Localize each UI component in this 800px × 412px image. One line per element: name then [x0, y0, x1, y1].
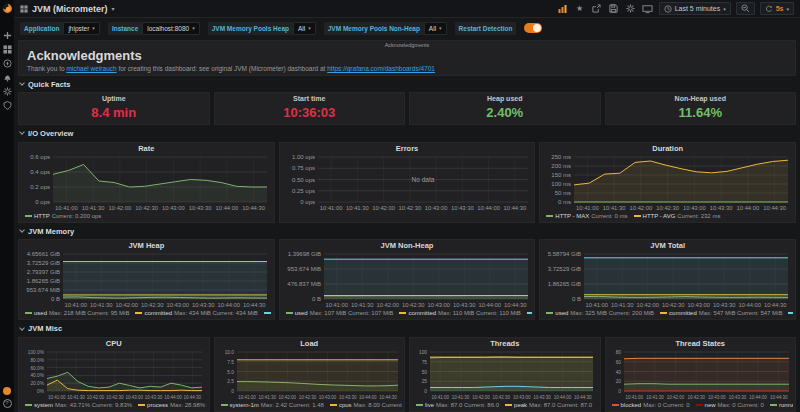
- legend-item-http-avg[interactable]: HTTP - AVGCurrent: 232 ms: [634, 213, 721, 219]
- panel-title[interactable]: Acknowledgments: [19, 42, 795, 48]
- variable-pools-nonheap-value[interactable]: All ▾: [424, 22, 447, 35]
- panel-title[interactable]: JVM Total: [542, 241, 793, 251]
- panel-title[interactable]: Thread States: [608, 339, 794, 349]
- help-icon[interactable]: ?: [1, 397, 13, 410]
- legend-item-used[interactable]: usedMax: 325 MiB Current: 200 MiB: [546, 310, 654, 316]
- chart-svg: 0 B953.674 MiB1.86265 GiB2.79397 GiB3.72…: [21, 251, 272, 308]
- panel-title[interactable]: JVM Heap: [21, 241, 272, 251]
- panel-title[interactable]: Rate: [21, 144, 272, 154]
- row-io-overview[interactable]: I/O Overview: [18, 128, 796, 139]
- legend-series-name: used: [295, 310, 308, 316]
- tv-cycle-icon[interactable]: [642, 3, 654, 15]
- panel-title[interactable]: CPU: [21, 339, 207, 349]
- x-tick-label: 10:42:30: [298, 394, 316, 399]
- jvm-heap-chart[interactable]: 0 B953.674 MiB1.86265 GiB2.79397 GiB3.72…: [21, 251, 272, 308]
- refresh-picker[interactable]: 5s ▾: [760, 2, 794, 15]
- legend-item-max[interactable]: maxMax: 3.885 GiB Current: 3.885 GiB: [264, 310, 272, 316]
- stat-value: 10:36:03: [215, 105, 405, 120]
- legend-item-committed[interactable]: committedMax: 547 MiB Current: 547 MiB: [660, 310, 782, 316]
- panel-title[interactable]: Heap used: [410, 95, 600, 102]
- zoom-out-button[interactable]: [736, 2, 755, 15]
- share-icon[interactable]: [591, 3, 603, 15]
- legend-item-max[interactable]: maxMax: 1.236 GiB Current: 1.236 GiB: [527, 310, 532, 316]
- add-panel-icon[interactable]: [557, 3, 569, 15]
- legend-item-peak[interactable]: peakMax: 87.0 Current: 87.0: [505, 402, 592, 408]
- explore-icon[interactable]: [1, 57, 13, 70]
- legend-item-used[interactable]: usedMax: 218 MiB Current: 95 MiB: [25, 310, 129, 316]
- errors-chart[interactable]: 0 ops0.25 ops0.50 ops0.75 ops1.00 ops10:…: [282, 154, 533, 211]
- time-range-picker[interactable]: Last 5 minutes ▾: [659, 2, 731, 15]
- series-fill-max: [324, 260, 528, 300]
- panel-title[interactable]: Start time: [215, 95, 405, 102]
- create-icon[interactable]: [1, 29, 13, 42]
- legend-item-cpus[interactable]: cpusMax: 8.00 Current: 8.00: [330, 402, 402, 408]
- y-tick-label: 80.0%: [30, 358, 44, 363]
- dashboard-title-caret-icon[interactable]: ▾: [112, 5, 115, 12]
- legend-item-max[interactable]: maxMax: 5.121 GiB Current: 5.121 GiB: [788, 310, 793, 316]
- alerting-bell-icon[interactable]: [1, 71, 13, 84]
- legend-item-process[interactable]: processMax: 28.98% Current: 0.79%: [138, 402, 206, 408]
- cpu-chart[interactable]: 0%20.0%40.0%60.0%80.0%100.0%10:41:0010:4…: [21, 349, 207, 400]
- panel-title[interactable]: Errors: [282, 144, 533, 154]
- thread-states-chart[interactable]: 02040608010:41:0010:41:3010:42:0010:42:3…: [608, 349, 794, 400]
- panel-title[interactable]: Load: [217, 339, 403, 349]
- legend-series-name: committed: [408, 310, 436, 316]
- legend-item-new[interactable]: newMax: 0 Current: 0: [696, 402, 764, 408]
- load-legend: system-1mMax: 2.42 Current: 1.48cpusMax:…: [217, 400, 403, 410]
- legend-item-live[interactable]: liveMax: 87.0 Current: 86.0: [416, 402, 499, 408]
- user-avatar[interactable]: [1, 384, 13, 397]
- y-tick-label: 7.5: [227, 360, 234, 365]
- panel-title[interactable]: Uptime: [19, 95, 209, 102]
- rate-legend: HTTPCurrent: 0.200 ops: [21, 211, 272, 221]
- legend-item-system[interactable]: systemMax: 43.71% Current: 9.83%: [25, 402, 132, 408]
- grafana-app: ? JVM (Micrometer) ▾: [0, 0, 800, 412]
- jvm-nonheap-chart[interactable]: 0 B476.837 MiB953.674 MiB1.39698 GiB10:4…: [282, 251, 533, 308]
- legend-series-stats: Max: 107 MiB Current: 107 MiB: [310, 310, 394, 316]
- row-jvm-misc[interactable]: JVM Misc: [18, 323, 796, 334]
- threads-chart[interactable]: 025507510010:41:0010:41:3010:42:0010:42:…: [412, 349, 598, 400]
- variable-pools-heap[interactable]: JVM Memory Pools Heap All ▾: [208, 22, 316, 35]
- panel-title[interactable]: JVM Non-Heap: [282, 241, 533, 251]
- chart-svg: 0%20.0%40.0%60.0%80.0%100.0%10:41:0010:4…: [21, 349, 207, 400]
- dashboard-url-link[interactable]: https://grafana.com/dashboards/4701: [327, 65, 435, 72]
- chevron-down-icon: [19, 130, 25, 136]
- time-range-label: Last 5 minutes: [675, 5, 721, 12]
- restart-detection-toggle[interactable]: [524, 23, 542, 33]
- row-quick-facts[interactable]: Quick Facts: [18, 79, 796, 90]
- panel-title[interactable]: Threads: [412, 339, 598, 349]
- legend-item-http-max[interactable]: HTTP - MAXCurrent: 0 ms: [546, 213, 627, 219]
- chart-svg: 0 B1.86265 GiB3.72529 GiB5.58794 GiB10:4…: [542, 251, 793, 308]
- legend-item-blocked[interactable]: blockedMax: 0 Current: 0: [612, 402, 690, 408]
- variable-pools-heap-value[interactable]: All ▾: [293, 22, 316, 35]
- legend-item-committed[interactable]: committedMax: 110 MiB Current: 110 MiB: [399, 310, 521, 316]
- load-chart[interactable]: 02.55.07.510.010:41:0010:41:3010:42:0010…: [217, 349, 403, 400]
- panel-title[interactable]: Non-Heap used: [606, 95, 796, 102]
- star-icon[interactable]: ★: [574, 3, 586, 15]
- x-tick-label: 10:43:30: [451, 204, 474, 210]
- dashboards-icon[interactable]: [1, 43, 13, 56]
- legend-item-runnable[interactable]: runnableMax: 15 Current: 14: [770, 402, 793, 408]
- duration-chart[interactable]: 0 ms50 ms100 ms150 ms200 ms250 ms10:41:0…: [542, 154, 793, 211]
- panel-settings-gear-icon[interactable]: [625, 3, 637, 15]
- jvm-total-chart[interactable]: 0 B1.86265 GiB3.72529 GiB5.58794 GiB10:4…: [542, 251, 793, 308]
- server-admin-shield-icon[interactable]: [1, 99, 13, 112]
- row-jvm-memory[interactable]: JVM Memory: [18, 226, 796, 237]
- rate-chart[interactable]: 0 ops0.2 ops0.4 ops0.6 ops10:41:0010:41:…: [21, 154, 272, 211]
- legend-item-http[interactable]: HTTPCurrent: 0.200 ops: [25, 213, 101, 219]
- configuration-gear-icon[interactable]: [1, 85, 13, 98]
- variable-application[interactable]: Application jhipster ▾: [20, 22, 100, 35]
- variable-pools-nonheap[interactable]: JVM Memory Pools Non-Heap All ▾: [324, 22, 447, 35]
- panel-cpu: CPU 0%20.0%40.0%60.0%80.0%100.0%10:41:00…: [18, 337, 210, 412]
- grafana-logo-icon[interactable]: [1, 2, 13, 15]
- variable-instance[interactable]: Instance localhost:8080 ▾: [108, 22, 200, 35]
- variable-instance-value[interactable]: localhost:8080 ▾: [142, 22, 199, 35]
- legend-item-system-1m[interactable]: system-1mMax: 2.42 Current: 1.48: [221, 402, 324, 408]
- legend-item-committed[interactable]: committedMax: 434 MiB Current: 434 MiB: [135, 310, 257, 316]
- variable-application-value[interactable]: jhipster ▾: [63, 22, 99, 35]
- dashboard-title[interactable]: JVM (Micrometer): [32, 4, 108, 14]
- save-icon[interactable]: [608, 3, 620, 15]
- legend-item-used[interactable]: usedMax: 107 MiB Current: 107 MiB: [286, 310, 394, 316]
- author-link[interactable]: michael weirauch: [66, 65, 116, 72]
- legend-swatch-icon: [286, 312, 293, 314]
- panel-title[interactable]: Duration: [542, 144, 793, 154]
